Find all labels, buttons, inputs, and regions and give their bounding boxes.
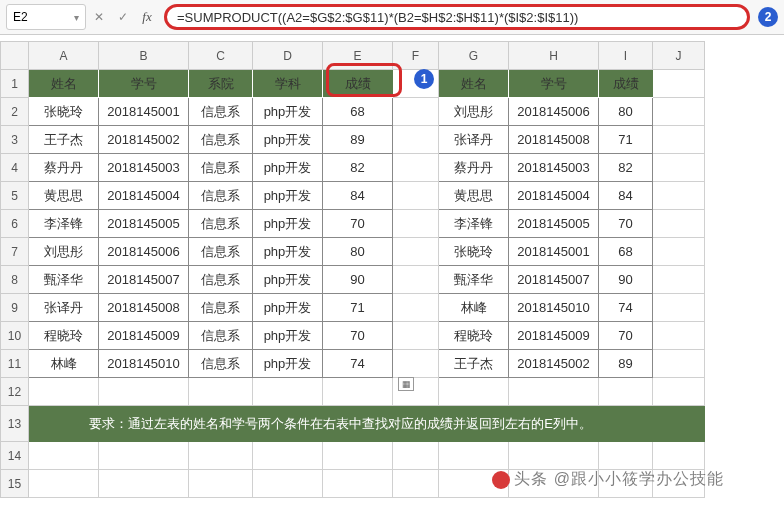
cell[interactable] bbox=[189, 470, 253, 498]
cell[interactable] bbox=[393, 210, 439, 238]
spreadsheet-grid[interactable]: ABCDEFGHIJ1姓名学号系院学科成绩姓名学号成绩2张晓玲201814500… bbox=[0, 35, 784, 498]
cell[interactable] bbox=[439, 442, 509, 470]
cell[interactable]: 信息系 bbox=[189, 126, 253, 154]
cell[interactable] bbox=[29, 442, 99, 470]
cell[interactable] bbox=[29, 470, 99, 498]
cell[interactable]: 2018145009 bbox=[509, 322, 599, 350]
cell[interactable] bbox=[653, 406, 705, 442]
cell[interactable]: php开发 bbox=[253, 126, 323, 154]
name-box[interactable]: E2 ▾ bbox=[6, 4, 86, 30]
cell[interactable] bbox=[653, 210, 705, 238]
cell[interactable]: 信息系 bbox=[189, 210, 253, 238]
cell[interactable]: 张晓玲 bbox=[439, 238, 509, 266]
cell[interactable]: 68 bbox=[599, 238, 653, 266]
cell[interactable]: 82 bbox=[599, 154, 653, 182]
cell[interactable] bbox=[189, 378, 253, 406]
cell[interactable] bbox=[599, 470, 653, 498]
cell[interactable]: 84 bbox=[599, 182, 653, 210]
cell[interactable]: 2018145006 bbox=[99, 238, 189, 266]
cell[interactable]: 李泽锋 bbox=[439, 210, 509, 238]
cell[interactable] bbox=[653, 322, 705, 350]
column-header-I[interactable]: I bbox=[599, 42, 653, 70]
cell[interactable] bbox=[393, 350, 439, 378]
row-header[interactable]: 15 bbox=[1, 470, 29, 498]
cell[interactable] bbox=[439, 378, 509, 406]
cell[interactable] bbox=[439, 470, 509, 498]
cell[interactable]: 2018145002 bbox=[509, 350, 599, 378]
cell[interactable]: 林峰 bbox=[439, 294, 509, 322]
cell[interactable] bbox=[653, 470, 705, 498]
cell[interactable] bbox=[653, 442, 705, 470]
cell[interactable]: php开发 bbox=[253, 350, 323, 378]
cell[interactable] bbox=[653, 378, 705, 406]
chevron-down-icon[interactable]: ▾ bbox=[74, 12, 79, 23]
cell[interactable]: 89 bbox=[599, 350, 653, 378]
cell[interactable]: php开发 bbox=[253, 210, 323, 238]
cell[interactable] bbox=[653, 70, 705, 98]
cell[interactable]: 2018145004 bbox=[99, 182, 189, 210]
cell[interactable]: 程晓玲 bbox=[439, 322, 509, 350]
row-header[interactable]: 6 bbox=[1, 210, 29, 238]
row-header[interactable]: 2 bbox=[1, 98, 29, 126]
cancel-icon[interactable]: ✕ bbox=[88, 6, 110, 28]
cell[interactable]: php开发 bbox=[253, 154, 323, 182]
cell[interactable]: 2018145010 bbox=[509, 294, 599, 322]
cell[interactable]: php开发 bbox=[253, 322, 323, 350]
cell[interactable] bbox=[99, 378, 189, 406]
cell[interactable]: 林峰 bbox=[29, 350, 99, 378]
cell[interactable]: 70 bbox=[323, 322, 393, 350]
column-header-C[interactable]: C bbox=[189, 42, 253, 70]
cell[interactable] bbox=[253, 378, 323, 406]
cell[interactable]: 2018145005 bbox=[99, 210, 189, 238]
cell[interactable]: 张译丹 bbox=[29, 294, 99, 322]
cell[interactable]: 李泽锋 bbox=[29, 210, 99, 238]
row-header[interactable]: 7 bbox=[1, 238, 29, 266]
cell[interactable]: 90 bbox=[323, 266, 393, 294]
cell[interactable]: php开发 bbox=[253, 294, 323, 322]
row-header[interactable]: 3 bbox=[1, 126, 29, 154]
row-header[interactable]: 14 bbox=[1, 442, 29, 470]
cell[interactable] bbox=[323, 470, 393, 498]
cell[interactable] bbox=[653, 98, 705, 126]
cell[interactable]: 90 bbox=[599, 266, 653, 294]
cell[interactable] bbox=[653, 294, 705, 322]
column-header-F[interactable]: F bbox=[393, 42, 439, 70]
cell[interactable] bbox=[253, 442, 323, 470]
cell[interactable] bbox=[393, 294, 439, 322]
cell[interactable]: 黄思思 bbox=[29, 182, 99, 210]
cell[interactable]: 信息系 bbox=[189, 266, 253, 294]
cell[interactable] bbox=[393, 182, 439, 210]
select-all-corner[interactable] bbox=[1, 42, 29, 70]
column-header-A[interactable]: A bbox=[29, 42, 99, 70]
row-header[interactable]: 10 bbox=[1, 322, 29, 350]
row-header[interactable]: 1 bbox=[1, 70, 29, 98]
cell[interactable]: 2018145008 bbox=[509, 126, 599, 154]
cell[interactable]: 2018145007 bbox=[99, 266, 189, 294]
cell[interactable] bbox=[653, 350, 705, 378]
cell[interactable] bbox=[99, 442, 189, 470]
cell[interactable]: 刘思彤 bbox=[439, 98, 509, 126]
cell[interactable]: 2018145004 bbox=[509, 182, 599, 210]
cell[interactable] bbox=[393, 238, 439, 266]
cell[interactable]: php开发 bbox=[253, 98, 323, 126]
cell[interactable]: 2018145001 bbox=[509, 238, 599, 266]
cell[interactable]: 2018145001 bbox=[99, 98, 189, 126]
cell[interactable]: 84 bbox=[323, 182, 393, 210]
column-header-D[interactable]: D bbox=[253, 42, 323, 70]
cell[interactable]: 82 bbox=[323, 154, 393, 182]
cell[interactable]: 王子杰 bbox=[439, 350, 509, 378]
cell[interactable] bbox=[653, 154, 705, 182]
cell[interactable]: 信息系 bbox=[189, 238, 253, 266]
row-header[interactable]: 11 bbox=[1, 350, 29, 378]
cell[interactable]: 74 bbox=[599, 294, 653, 322]
formula-input[interactable]: =SUMPRODUCT((A2=$G$2:$G$11)*(B2=$H$2:$H$… bbox=[164, 4, 750, 30]
cell[interactable]: php开发 bbox=[253, 266, 323, 294]
cell[interactable] bbox=[653, 238, 705, 266]
cell[interactable]: 2018145003 bbox=[99, 154, 189, 182]
cell[interactable] bbox=[509, 378, 599, 406]
cell[interactable]: 2018145002 bbox=[99, 126, 189, 154]
cell[interactable]: 张晓玲 bbox=[29, 98, 99, 126]
column-header-G[interactable]: G bbox=[439, 42, 509, 70]
cell[interactable]: 蔡丹丹 bbox=[439, 154, 509, 182]
cell[interactable]: 王子杰 bbox=[29, 126, 99, 154]
